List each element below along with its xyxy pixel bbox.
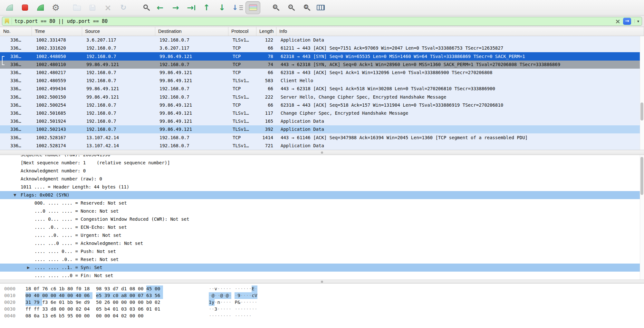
cell-no: 336…: [0, 109, 32, 117]
restart-capture-icon: [37, 5, 44, 11]
column-header-dst[interactable]: Destination: [155, 27, 228, 36]
details-scrollbar-track[interactable]: [640, 155, 644, 280]
find-packet-button[interactable]: [137, 1, 152, 14]
go-back-button[interactable]: ←: [153, 1, 168, 14]
cell-dst: 192.168.0.7: [155, 93, 228, 101]
cell-len: 66: [256, 85, 276, 93]
cell-src: 13.107.42.14: [82, 134, 155, 142]
hex-row[interactable]: 00100040000040004006e539c0a800076356·@··…: [0, 292, 644, 299]
detail-row[interactable]: .... .0.. .... = ECN-Echo: Not set: [0, 223, 644, 231]
detail-row[interactable]: Acknowledgment number (raw): 0: [0, 175, 644, 183]
cell-proto: TLSv1…: [228, 36, 256, 44]
cell-len: 78: [256, 53, 276, 61]
packet-list-scrollbar-thumb[interactable]: [640, 102, 643, 121]
hex-row[interactable]: 0040080a13e6b5950000000004020000········…: [0, 313, 644, 319]
detail-row[interactable]: ...0 .... .... = Nonce: Not set: [0, 207, 644, 215]
wireshark-window: { "toolbar": { "buttons": [ {"name":"sta…: [0, 0, 644, 328]
column-header-info[interactable]: Info: [276, 27, 644, 36]
cell-src: 99.86.49.121: [82, 93, 155, 101]
filter-dropdown-caret-icon[interactable]: ▾: [634, 19, 639, 23]
cell-len: 66: [256, 44, 276, 52]
hex-row[interactable]: 0000180f76c61b80f0189893d7d108004500··v·…: [0, 285, 644, 292]
cell-info: 61211 → 443 [ACK] Seq=7151 Ack=97069 Win…: [276, 44, 644, 52]
go-first-button[interactable]: ↑: [199, 1, 214, 14]
packet-row[interactable]: 336…1002.50015099.86.49.121192.168.0.7TL…: [0, 93, 644, 101]
zoom-reset-button[interactable]: 1: [298, 1, 312, 14]
detail-row[interactable]: 1011 .... = Header Length: 44 bytes (11): [0, 183, 644, 191]
cell-dst: 192.168.0.7: [155, 61, 228, 69]
restart-capture-button[interactable]: [33, 1, 48, 14]
cell-len: 583: [256, 77, 276, 85]
detail-row[interactable]: ▼Flags: 0x002 (SYN): [0, 191, 644, 199]
packet-row[interactable]: 336…1002.48011099.86.49.121192.168.0.7TC…: [0, 61, 644, 69]
auto-scroll-button[interactable]: ↓: [230, 1, 245, 14]
packet-row[interactable]: 336…1002.448050192.168.0.799.86.49.121TC…: [0, 52, 644, 60]
detail-row[interactable]: Sequence number (raw): 2605041990: [0, 155, 644, 159]
packet-row[interactable]: 336…1002.3314783.6.207.117192.168.0.7TLS…: [0, 36, 644, 44]
display-filter-input[interactable]: tcp.port == 80 || udp.port == 80 × → ▾: [2, 17, 642, 26]
detail-row[interactable]: Acknowledgment number: 0: [0, 167, 644, 175]
go-to-packet-button[interactable]: →: [184, 1, 198, 14]
cell-info: Server Hello, Change Cipher Spec, Encryp…: [276, 93, 644, 101]
filter-text[interactable]: tcp.port == 80 || udp.port == 80: [14, 17, 612, 25]
packet-row[interactable]: 336…1002.52817413.107.42.14192.168.0.7TL…: [0, 142, 644, 150]
go-last-button[interactable]: ↓: [215, 1, 229, 14]
filter-clear-icon[interactable]: ×: [615, 18, 620, 24]
cell-proto: TCP: [228, 53, 256, 61]
packet-row[interactable]: 336…1002.480217192.168.0.799.86.49.121TC…: [0, 69, 644, 77]
cell-proto: TLSv1…: [228, 117, 256, 125]
cell-src: 192.168.0.7: [82, 125, 155, 133]
cell-len: 74: [256, 61, 276, 69]
cell-info: 62318 → 443 [ACK] Seq=518 Ack=157 Win=13…: [276, 101, 644, 109]
packet-row[interactable]: 336…1002.501924192.168.0.799.86.49.121TL…: [0, 117, 644, 125]
detail-row[interactable]: .... .... ...0 = Fin: Not set: [0, 272, 644, 280]
cell-dst: 3.6.207.117: [155, 44, 228, 52]
column-header-src[interactable]: Source: [82, 27, 155, 36]
column-header-len[interactable]: Length: [256, 27, 276, 36]
hex-row[interactable]: 00203179f36e01bb9ed9502600000000b0021y·n…: [0, 299, 644, 306]
expander-icon[interactable]: ▼: [14, 191, 16, 199]
packet-row[interactable]: 336…1002.52816713.107.42.14192.168.0.7TC…: [0, 133, 644, 141]
packet-row[interactable]: 336…1002.49943499.86.49.121192.168.0.7TC…: [0, 85, 644, 93]
details-bytes-splitter[interactable]: [0, 280, 644, 284]
column-header-time[interactable]: Time: [32, 27, 82, 36]
filter-bookmark-icon[interactable]: [5, 18, 9, 24]
detail-row[interactable]: [Next sequence number: 1 (relative seque…: [0, 159, 644, 167]
column-header-no[interactable]: No.: [0, 27, 32, 36]
packet-row[interactable]: 336…1002.480559192.168.0.799.86.49.121TL…: [0, 77, 644, 85]
resize-columns-button[interactable]: [313, 1, 328, 14]
packet-row[interactable]: 336…1002.501685192.168.0.799.86.49.121TL…: [0, 109, 644, 117]
go-forward-button[interactable]: →: [168, 1, 183, 14]
capture-options-button[interactable]: ⚙: [48, 1, 63, 14]
packet-row[interactable]: 336…1002.500254192.168.0.799.86.49.121TC…: [0, 101, 644, 109]
packet-list-scrollbar-track[interactable]: [640, 36, 644, 150]
cell-proto: TCP: [228, 44, 256, 52]
column-header-proto[interactable]: Protocol: [228, 27, 256, 36]
detail-row[interactable]: .... .... .0.. = Reset: Not set: [0, 256, 644, 264]
reload-file-icon: ↻: [120, 4, 126, 11]
cell-no: 336…: [0, 44, 32, 52]
zoom-in-button[interactable]: +: [267, 1, 282, 14]
hex-row[interactable]: 0030ffff33d80000020405b4010303060101··3·…: [0, 306, 644, 313]
cell-len: 66: [256, 101, 276, 109]
detail-row[interactable]: .... .... 0... = Push: Not set: [0, 247, 644, 256]
cell-time: 1002.499434: [32, 85, 82, 93]
zoom-out-button[interactable]: −: [282, 1, 297, 14]
filter-apply-button[interactable]: →: [623, 18, 631, 25]
detail-row[interactable]: .... 0... .... = Congestion Window Reduc…: [0, 215, 644, 223]
packet-row[interactable]: 336…1002.331620192.168.0.73.6.207.117TCP…: [0, 44, 644, 52]
packet-row[interactable]: 336…1002.502143192.168.0.799.86.49.121TL…: [0, 125, 644, 133]
colorize-button[interactable]: [245, 1, 260, 14]
expander-icon[interactable]: ▶: [27, 264, 30, 272]
cell-info: 443 → 61146 [ACK] Seq=347988 Ack=16394 W…: [276, 134, 644, 142]
detail-row[interactable]: .... ..0. .... = Urgent: Not set: [0, 231, 644, 239]
detail-row[interactable]: .... ...0 .... = Acknowledgment: Not set: [0, 239, 644, 247]
detail-row[interactable]: ▶.... .... ..1. = Syn: Set: [0, 264, 644, 272]
details-scrollbar-thumb[interactable]: [640, 157, 643, 195]
stop-capture-button[interactable]: [17, 1, 32, 14]
cell-proto: TCP: [228, 85, 256, 93]
start-capture-button[interactable]: [2, 1, 17, 14]
detail-row[interactable]: 000. .... .... = Reserved: Not set: [0, 199, 644, 207]
list-details-splitter[interactable]: [0, 150, 644, 155]
cell-time: 1002.501685: [32, 109, 82, 117]
